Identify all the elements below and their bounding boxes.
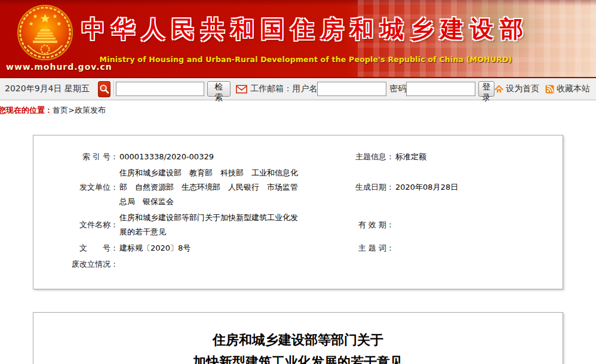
meta-value-subject-info: 标准定额 xyxy=(395,150,426,164)
breadcrumb: 您现在的位置： 首页>政策发布 xyxy=(0,100,596,121)
login-button[interactable]: 登录 xyxy=(478,81,494,97)
toolbar: 2020年9月4日 星期五 检 索 工作邮箱：用户名 密码 登录 设为首页 xyxy=(0,78,596,100)
site-subtitle-english: Ministry of Housing and Urban-Rural Deve… xyxy=(79,55,533,64)
password-input[interactable] xyxy=(406,82,475,96)
magnifier-icon xyxy=(99,84,110,95)
set-homepage-link[interactable]: 设为首页 xyxy=(494,84,539,94)
article-title-line1: 住房和城乡建设部等部门关于 xyxy=(33,329,563,351)
search-input[interactable] xyxy=(116,82,204,96)
document-meta-box: 索 引 号： 000013338/2020-00329 主题信息： 标准定额 发… xyxy=(33,135,563,289)
meta-row-issuing-unit: 发文单位： 住房和城乡建设部 教育部 科技部 工业和信息化部 自然资源部 生态环… xyxy=(69,166,545,209)
meta-value-generate-date: 2020年08月28日 xyxy=(395,180,458,195)
meta-label-generate-date: 生成日期： xyxy=(345,180,394,195)
breadcrumb-path[interactable]: 首页>政策发布 xyxy=(53,105,106,116)
meta-row-index: 索 引 号： 000013338/2020-00329 主题信息： 标准定额 xyxy=(69,150,545,164)
meta-label-subject-info: 主题信息： xyxy=(345,150,394,164)
meta-label-index-number: 索 引 号： xyxy=(69,150,118,164)
meta-label-keywords: 主 题 词： xyxy=(345,241,394,255)
meta-value-file-name: 住房和城乡建设部等部门关于加快新型建筑工业化发展的若干意见 xyxy=(119,211,300,239)
mail-envelope-icon xyxy=(236,85,247,94)
toolbar-divider xyxy=(113,81,114,97)
meta-label-file-name: 文件名称： xyxy=(69,218,118,232)
set-homepage-label: 设为首页 xyxy=(506,84,539,94)
meta-value-issuing-unit: 住房和城乡建设部 教育部 科技部 工业和信息化部 自然资源部 生态环境部 人民银… xyxy=(119,166,300,209)
national-emblem-icon xyxy=(16,4,74,61)
add-favorite-label: 收藏本站 xyxy=(557,84,590,94)
meta-value-doc-number: 建标规〔2020〕8号 xyxy=(119,241,191,255)
meta-label-doc-number: 文 号： xyxy=(69,241,118,255)
username-input[interactable] xyxy=(317,82,386,96)
meta-label-issuing-unit: 发文单位： xyxy=(69,180,118,195)
site-title: 中华人民共和国住房和城乡建设部 xyxy=(79,13,533,45)
site-header: www.mohurd.gov.cn 中华人民共和国住房和城乡建设部 Minist… xyxy=(0,0,596,78)
rss-bookmark-icon xyxy=(545,85,554,94)
current-date: 2020年9月4日 星期五 xyxy=(5,84,90,94)
meta-label-valid-period: 有 效 期： xyxy=(345,218,394,232)
meta-value-index-number: 000013338/2020-00329 xyxy=(119,150,214,164)
password-label: 密码 xyxy=(389,84,406,94)
add-favorite-link[interactable]: 收藏本站 xyxy=(545,84,590,94)
work-mail-username-label: 工作邮箱：用户名 xyxy=(250,84,317,94)
meta-row-file-name: 文件名称： 住房和城乡建设部等部门关于加快新型建筑工业化发展的若干意见 有 效 … xyxy=(69,211,545,239)
meta-row-doc-number: 文 号： 建标规〔2020〕8号 主 题 词： xyxy=(69,241,545,255)
home-icon xyxy=(494,85,503,94)
meta-label-repeal-status: 废改立情况： xyxy=(69,257,118,272)
retrieve-button[interactable]: 检 索 xyxy=(207,81,231,97)
meta-row-repeal-status: 废改立情况： xyxy=(69,257,545,272)
breadcrumb-prefix: 您现在的位置： xyxy=(0,105,53,116)
search-button[interactable] xyxy=(98,81,110,97)
article-title-line2: 加快新型建筑工业化发展的若干意见 xyxy=(33,351,563,364)
article-box: 住房和城乡建设部等部门关于 加快新型建筑工业化发展的若干意见 xyxy=(33,312,563,364)
